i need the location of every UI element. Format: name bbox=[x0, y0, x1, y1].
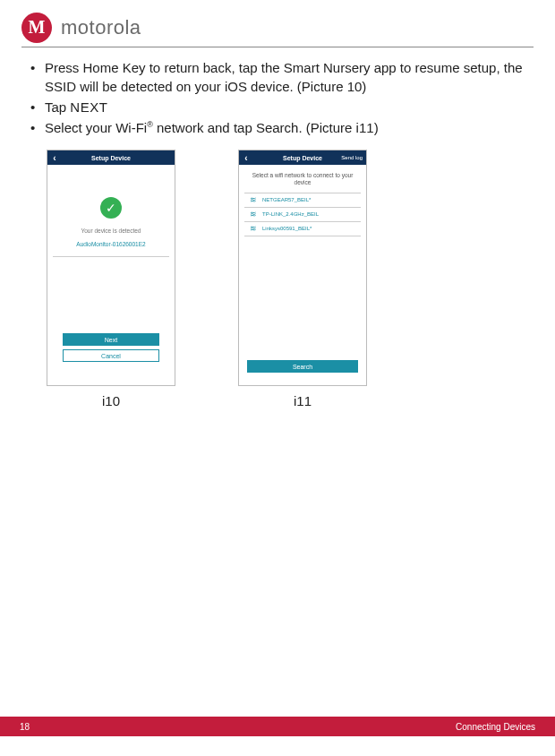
wifi-icon: ≋ bbox=[248, 210, 259, 219]
wifi-instruction: Select a wifi network to connect to your… bbox=[244, 172, 361, 187]
wifi-name-1: TP-LINK_2.4GHz_BEIL bbox=[262, 211, 319, 217]
header: M motorola bbox=[21, 13, 534, 47]
wifi-list: ≋ NETGEAR57_BEIL* ≋ TP-LINK_2.4GHz_BEIL … bbox=[244, 193, 361, 236]
content: Press Home Key to return back, tap the S… bbox=[21, 58, 534, 408]
cancel-button[interactable]: Cancel bbox=[63, 349, 159, 362]
figure-i10: ‹ Setup Device ✓ Your device is detected… bbox=[47, 150, 175, 408]
bullet-1-text: Press Home Key to return back, tap the S… bbox=[45, 60, 523, 94]
section-title: Connecting Devices bbox=[456, 722, 535, 732]
logo-letter: M bbox=[29, 17, 46, 38]
registered-mark: ® bbox=[147, 120, 153, 129]
phone2-body: Select a wifi network to connect to your… bbox=[239, 165, 366, 385]
device-id: AudioMonitor-01626001E2 bbox=[76, 241, 145, 247]
page-number: 18 bbox=[20, 722, 30, 732]
phone1-title: Setup Device bbox=[47, 155, 175, 161]
figure-i11: ‹ Setup Device Send log Select a wifi ne… bbox=[238, 150, 367, 408]
wifi-row[interactable]: ≋ TP-LINK_2.4GHz_BEIL bbox=[244, 208, 361, 222]
caption-i10: i10 bbox=[102, 393, 120, 408]
wifi-icon: ≋ bbox=[248, 224, 259, 233]
bullet-3: Select your Wi-Fi® network and tap Searc… bbox=[27, 118, 528, 137]
figures-row: ‹ Setup Device ✓ Your device is detected… bbox=[47, 150, 528, 408]
instruction-list: Press Home Key to return back, tap the S… bbox=[27, 58, 528, 137]
bullet-3-prefix: Select your Wi-Fi bbox=[45, 120, 147, 135]
bullet-2-next: NEXT bbox=[70, 99, 107, 115]
wifi-row[interactable]: ≋ Linksys00591_BEIL* bbox=[244, 222, 361, 236]
wifi-name-2: Linksys00591_BEIL* bbox=[262, 226, 312, 231]
motorola-logo-icon: M bbox=[21, 13, 52, 43]
wifi-name-0: NETGEAR57_BEIL* bbox=[262, 197, 311, 202]
caption-i11: i11 bbox=[294, 393, 312, 408]
bullet-2-prefix: Tap bbox=[45, 99, 70, 115]
back-icon[interactable]: ‹ bbox=[47, 153, 62, 163]
phone1-body: ✓ Your device is detected AudioMonitor-0… bbox=[47, 165, 175, 385]
footer: 18 Connecting Devices bbox=[0, 717, 555, 736]
bullet-2: Tap NEXT bbox=[27, 98, 528, 116]
bullet-1: Press Home Key to return back, tap the S… bbox=[27, 58, 528, 96]
next-button[interactable]: Next bbox=[63, 333, 159, 346]
divider bbox=[53, 256, 169, 257]
search-button[interactable]: Search bbox=[247, 360, 358, 373]
detected-label: Your device is detected bbox=[81, 228, 141, 234]
back-icon[interactable]: ‹ bbox=[239, 153, 253, 163]
send-log-link[interactable]: Send log bbox=[341, 155, 363, 160]
phone1-header: ‹ Setup Device bbox=[47, 150, 175, 165]
wifi-icon: ≋ bbox=[248, 195, 259, 204]
phone2-header: ‹ Setup Device Send log bbox=[239, 150, 366, 165]
success-check-icon: ✓ bbox=[100, 197, 122, 219]
bullet-3-suffix: network and tap Search. (Picture i11) bbox=[153, 120, 379, 135]
phone-screenshot-1: ‹ Setup Device ✓ Your device is detected… bbox=[47, 150, 175, 386]
brand-name: motorola bbox=[61, 16, 141, 39]
wifi-row[interactable]: ≋ NETGEAR57_BEIL* bbox=[244, 193, 361, 208]
page: M motorola Press Home Key to return back… bbox=[0, 0, 555, 756]
phone-screenshot-2: ‹ Setup Device Send log Select a wifi ne… bbox=[238, 150, 367, 386]
